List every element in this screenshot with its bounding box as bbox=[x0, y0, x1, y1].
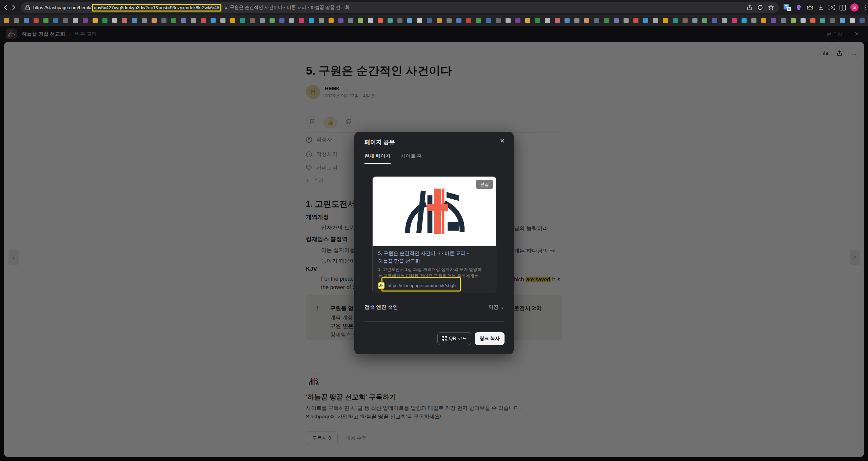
bookmark-favicon[interactable] bbox=[624, 18, 629, 23]
bookmark-favicon[interactable] bbox=[830, 18, 835, 23]
reload-icon[interactable] bbox=[757, 4, 763, 11]
bookmark-favicon[interactable] bbox=[751, 18, 756, 23]
bookmark-favicon[interactable] bbox=[220, 18, 225, 23]
bookmark-favicon[interactable] bbox=[614, 18, 619, 23]
bookmark-favicon[interactable] bbox=[791, 18, 796, 23]
share-page-icon[interactable] bbox=[747, 4, 752, 11]
bookmark-favicon[interactable] bbox=[161, 18, 166, 23]
bookmark-favicon[interactable] bbox=[456, 18, 461, 23]
bookmark-favicon[interactable] bbox=[112, 18, 117, 23]
bookmark-favicon[interactable] bbox=[102, 18, 107, 23]
bookmark-favicon[interactable] bbox=[407, 18, 412, 23]
bookmark-favicon[interactable] bbox=[211, 18, 216, 23]
bookmark-favicon[interactable] bbox=[397, 18, 402, 23]
seo-index-row[interactable]: 검색 엔진 색인 꺼짐 › bbox=[364, 304, 504, 310]
bookmark-favicon[interactable] bbox=[24, 18, 29, 23]
qr-code-button[interactable]: QR 코드 bbox=[437, 332, 471, 345]
translate-extension-icon[interactable]: 文 G bbox=[784, 4, 791, 11]
dialog-close-icon[interactable]: ✕ bbox=[500, 137, 505, 145]
forward-button[interactable] bbox=[11, 2, 17, 13]
profile-avatar[interactable]: S bbox=[850, 3, 859, 12]
bookmark-favicon[interactable] bbox=[378, 18, 383, 23]
bookmark-favicon[interactable] bbox=[810, 18, 815, 23]
bookmark-favicon[interactable] bbox=[388, 18, 393, 23]
tab-site-home[interactable]: 사이트 홈 bbox=[401, 153, 422, 163]
bookmark-favicon[interactable] bbox=[584, 18, 589, 23]
preview-edit-button[interactable]: 편집 bbox=[476, 180, 493, 189]
bookmark-favicon[interactable] bbox=[850, 18, 855, 23]
bookmark-favicon[interactable] bbox=[93, 18, 98, 23]
split-view-icon[interactable] bbox=[840, 5, 846, 11]
crown-extension-icon[interactable] bbox=[807, 4, 813, 11]
bookmark-favicon[interactable] bbox=[191, 18, 196, 23]
bookmark-favicon[interactable] bbox=[152, 18, 157, 23]
bookmark-favicon[interactable] bbox=[34, 18, 39, 23]
bookmark-favicon[interactable] bbox=[732, 18, 737, 23]
bookmark-favicon[interactable] bbox=[574, 18, 579, 23]
bookmark-favicon[interactable] bbox=[132, 18, 137, 23]
bookmark-favicon[interactable] bbox=[447, 18, 452, 23]
bookmark-favicon[interactable] bbox=[801, 18, 806, 23]
bookmark-favicon[interactable] bbox=[122, 18, 127, 23]
bookmark-favicon[interactable] bbox=[279, 18, 284, 23]
bookmark-favicon[interactable] bbox=[437, 18, 442, 23]
bookmark-favicon[interactable] bbox=[781, 18, 786, 23]
download-icon[interactable] bbox=[818, 4, 824, 11]
bookmark-favicon[interactable] bbox=[338, 18, 343, 23]
bookmark-favicon[interactable] bbox=[348, 18, 353, 23]
bookmark-favicon[interactable] bbox=[840, 18, 845, 23]
bookmark-favicon[interactable] bbox=[486, 18, 491, 23]
gem-extension-icon[interactable] bbox=[795, 4, 802, 11]
back-button[interactable] bbox=[3, 2, 8, 13]
bookmark-favicon[interactable] bbox=[319, 18, 324, 23]
bookmark-favicon[interactable] bbox=[171, 18, 176, 23]
bookmark-favicon[interactable] bbox=[742, 18, 747, 23]
bookmark-favicon[interactable] bbox=[525, 18, 530, 23]
screenshot-icon[interactable] bbox=[828, 4, 835, 11]
address-bar[interactable]: https://slashpage.com/hemk/qpv5x427xyg5d… bbox=[21, 2, 779, 13]
bookmark-favicon[interactable] bbox=[201, 18, 206, 23]
bookmark-favicon[interactable] bbox=[240, 18, 245, 23]
bookmark-favicon[interactable] bbox=[250, 18, 255, 23]
bookmark-favicon[interactable] bbox=[761, 18, 766, 23]
bookmark-favicon[interactable] bbox=[368, 18, 373, 23]
bookmark-favicon[interactable] bbox=[663, 18, 668, 23]
bookmark-favicon[interactable] bbox=[604, 18, 609, 23]
bookmark-favicon[interactable] bbox=[270, 18, 275, 23]
bookmark-favicon[interactable] bbox=[4, 18, 9, 23]
bookmark-favicon[interactable] bbox=[309, 18, 314, 23]
bookmark-favicon[interactable] bbox=[683, 18, 688, 23]
bookmark-star-icon[interactable] bbox=[768, 4, 774, 11]
bookmark-favicon[interactable] bbox=[466, 18, 471, 23]
bookmark-favicon[interactable] bbox=[515, 18, 520, 23]
bookmark-favicon[interactable] bbox=[702, 18, 707, 23]
bookmark-favicon[interactable] bbox=[594, 18, 599, 23]
bookmark-favicon[interactable] bbox=[565, 18, 570, 23]
bookmark-favicon[interactable] bbox=[496, 18, 501, 23]
bookmark-favicon[interactable] bbox=[299, 18, 304, 23]
bookmark-favicon[interactable] bbox=[722, 18, 727, 23]
bookmark-favicon[interactable] bbox=[14, 18, 19, 23]
bookmark-favicon[interactable] bbox=[476, 18, 481, 23]
bookmark-favicon[interactable] bbox=[43, 18, 48, 23]
bookmark-favicon[interactable] bbox=[83, 18, 88, 23]
bookmark-favicon[interactable] bbox=[771, 18, 776, 23]
bookmark-favicon[interactable] bbox=[417, 18, 422, 23]
copy-link-button[interactable]: 링크 복사 bbox=[475, 332, 505, 345]
bookmark-favicon[interactable] bbox=[545, 18, 550, 23]
bookmark-favicon[interactable] bbox=[142, 18, 147, 23]
bookmark-favicon[interactable] bbox=[860, 18, 865, 23]
bookmark-favicon[interactable] bbox=[820, 18, 825, 23]
bookmark-favicon[interactable] bbox=[230, 18, 235, 23]
bookmark-favicon[interactable] bbox=[63, 18, 68, 23]
bookmark-favicon[interactable] bbox=[358, 18, 363, 23]
bookmark-favicon[interactable] bbox=[653, 18, 658, 23]
bookmark-favicon[interactable] bbox=[643, 18, 648, 23]
bookmark-favicon[interactable] bbox=[712, 18, 717, 23]
bookmark-favicon[interactable] bbox=[633, 18, 638, 23]
browser-menu-icon[interactable]: ⋮ bbox=[863, 4, 868, 11]
bookmark-favicon[interactable] bbox=[53, 18, 58, 23]
bookmark-favicon[interactable] bbox=[260, 18, 265, 23]
bookmark-favicon[interactable] bbox=[289, 18, 294, 23]
bookmark-favicon[interactable] bbox=[181, 18, 186, 23]
